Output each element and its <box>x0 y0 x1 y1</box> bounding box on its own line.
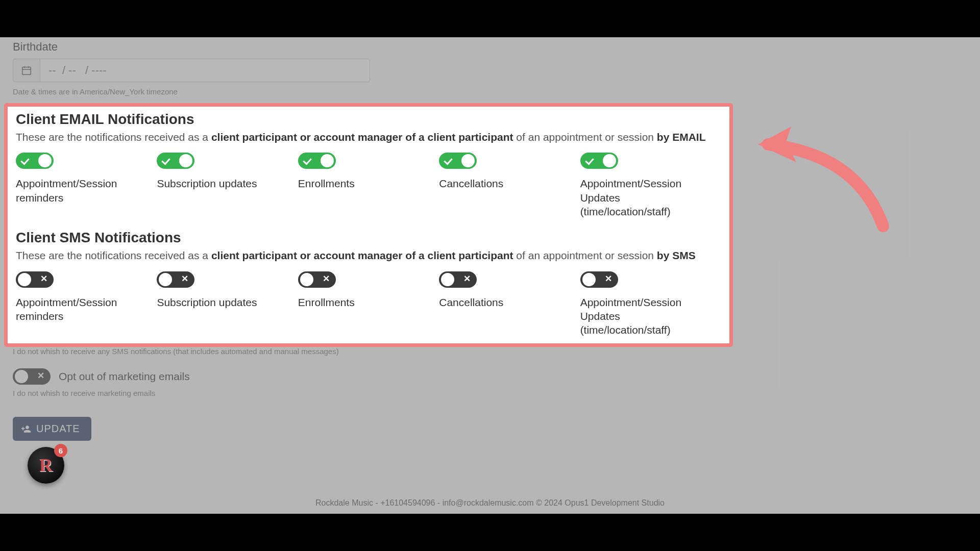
person-add-icon <box>21 424 31 434</box>
opt-out-marketing-row: Opt out of marketing emails <box>13 368 967 385</box>
birthdate-label: Birthdate <box>13 40 967 54</box>
sms-toggle-group-0: Appointment/Session reminders <box>16 271 157 337</box>
footer-email[interactable]: info@rockdalemusic.com <box>443 498 534 507</box>
sms-toggle-label-1: Subscription updates <box>157 295 288 309</box>
sms-toggle-group-1: Subscription updates <box>157 271 298 337</box>
footer-copyright: © 2024 Opus1 Development Studio <box>534 498 665 507</box>
sms-toggle-label-3: Cancellations <box>439 295 571 309</box>
sms-toggle-group-3: Cancellations <box>439 271 580 337</box>
email-toggle-4[interactable] <box>580 153 618 169</box>
opt-out-sms-note: I do not whish to receive any SMS notifi… <box>13 347 967 356</box>
opt-out-marketing-toggle[interactable] <box>13 368 51 385</box>
sms-notifications-title: Client SMS Notifications <box>16 230 721 246</box>
opt-out-marketing-label: Opt out of marketing emails <box>59 370 190 383</box>
email-toggle-group-0: Appointment/Session reminders <box>16 153 157 218</box>
footer-company: Rockdale Music <box>315 498 373 507</box>
sms-toggle-4[interactable] <box>580 271 618 288</box>
calendar-icon[interactable] <box>13 59 40 82</box>
birthdate-input-group <box>13 59 967 82</box>
email-toggle-group-4: Appointment/Session Updates (time/locati… <box>580 153 721 218</box>
sms-toggle-0[interactable] <box>16 271 54 288</box>
birthdate-input[interactable] <box>48 64 361 77</box>
footer: Rockdale Music - +16104594096 - info@roc… <box>0 498 980 508</box>
email-notifications-title: Client EMAIL Notifications <box>16 111 721 128</box>
sms-toggle-label-2: Enrollments <box>298 295 430 309</box>
notifications-panel-highlight: Client EMAIL Notifications These are the… <box>4 103 733 347</box>
email-toggle-label-4: Appointment/Session Updates (time/locati… <box>580 177 712 218</box>
email-toggle-group-2: Enrollments <box>298 153 439 218</box>
sms-toggle-group-2: Enrollments <box>298 271 439 337</box>
svg-rect-0 <box>22 67 31 75</box>
email-toggle-1[interactable] <box>157 153 194 169</box>
update-button[interactable]: UPDATE <box>13 417 91 441</box>
update-button-label: UPDATE <box>36 423 80 435</box>
sms-toggle-3[interactable] <box>439 271 477 288</box>
sms-toggle-label-0: Appointment/Session reminders <box>16 295 148 323</box>
email-toggle-group-1: Subscription updates <box>157 153 298 218</box>
brand-letter: R <box>39 455 53 476</box>
email-notifications-desc: These are the notifications received as … <box>16 130 721 144</box>
sms-toggle-2[interactable] <box>298 271 336 288</box>
sms-toggle-row: Appointment/Session remindersSubscriptio… <box>16 271 721 337</box>
footer-phone[interactable]: +16104594096 <box>380 498 435 507</box>
email-toggle-group-3: Cancellations <box>439 153 580 218</box>
sms-notifications-desc: These are the notifications received as … <box>16 248 721 263</box>
opt-out-marketing-note: I do not whish to receive marketing emai… <box>13 389 967 397</box>
email-toggle-row: Appointment/Session remindersSubscriptio… <box>16 153 721 218</box>
email-toggle-label-0: Appointment/Session reminders <box>16 177 148 205</box>
notification-count-badge: 6 <box>54 444 67 457</box>
sms-toggle-group-4: Appointment/Session Updates (time/locati… <box>580 271 721 337</box>
email-toggle-3[interactable] <box>439 153 477 169</box>
letterbox-bottom <box>0 514 980 551</box>
email-toggle-label-3: Cancellations <box>439 177 571 190</box>
email-toggle-2[interactable] <box>298 153 336 169</box>
letterbox-top <box>0 0 980 37</box>
sms-toggle-label-4: Appointment/Session Updates (time/locati… <box>580 295 712 337</box>
sms-toggle-1[interactable] <box>157 271 194 288</box>
email-toggle-0[interactable] <box>16 153 54 169</box>
chat-widget-badge[interactable]: R 6 <box>28 447 64 484</box>
notifications-panel: Client EMAIL Notifications These are the… <box>4 103 733 347</box>
email-toggle-label-2: Enrollments <box>298 177 430 190</box>
birthdate-input-wrapper <box>40 59 370 82</box>
email-toggle-label-1: Subscription updates <box>157 177 288 190</box>
timezone-note: Date & times are in America/New_York tim… <box>13 87 967 96</box>
